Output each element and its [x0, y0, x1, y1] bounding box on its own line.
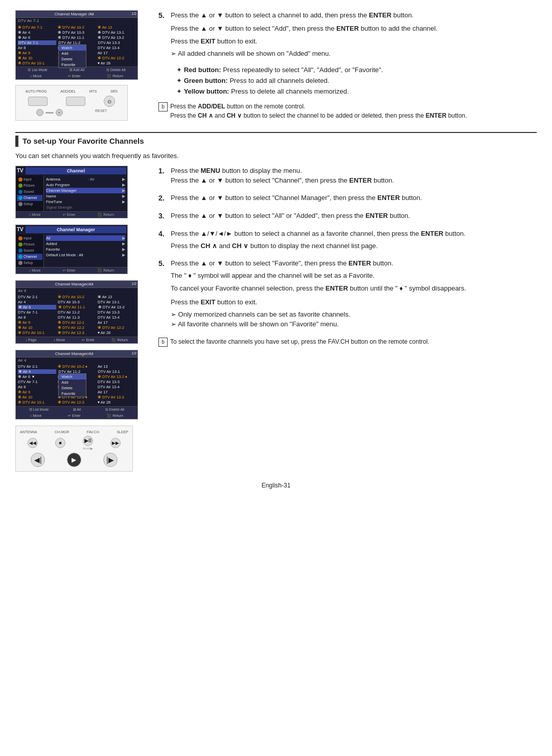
top-section: Channel Manager /All 1/2 DTV Air 7-1 ❋ D… — [15, 10, 537, 123]
instructions-column: 1. Press the MENU button to display the … — [158, 166, 537, 472]
play-button[interactable]: ▶ — [67, 453, 81, 467]
tv-sidebar-2: Input Picture Sound Channel Setup — [16, 234, 44, 267]
rewind-button[interactable]: ◀◀ — [28, 438, 38, 448]
screen-footer-4: ☰ List Mode ⊞ All ⊟ Delete All — [16, 406, 137, 413]
chmgr-all-step4: Channel Manager/All 1/2 Air 6 DTV Air 2-… — [15, 280, 138, 344]
table-row: ❋ Air 9 ❋ DTV Air 12-1 Air 17 — [18, 320, 135, 325]
table-row: DTV Air 7-1 DTV Air 11-2 Watch Add Delet… — [18, 40, 135, 45]
table-row: ❋ Air 4 DTV Air 11-2 Watch Add Delete Fa… — [18, 369, 135, 374]
chmgr-all-step5: Channel Manager/All 1/2 Air 4 DTV Air 2-… — [15, 350, 138, 419]
channel-menu-screen: TV Channel Input Picture Sound Channel S… — [15, 166, 128, 218]
table-row: ❋ Air 4 ❋ DTV Air 10-3 ❋ DTV Air 13-1 — [18, 30, 135, 35]
section-heading: To set-up Your Favorite Channels — [22, 137, 144, 145]
table-row: DTV Air 7-1 DTV Air 11-2 DTV Air 13-3 — [18, 310, 135, 315]
page-number: English-31 — [15, 482, 537, 489]
table-row: ❋ Air 6 ❋ DTV Air 11-1 ❋ DTV Air 13-2 — [18, 35, 135, 40]
screen-body: ❋ DTV Air 7-1 ❋ DTV Air 10-2 ❋ Air 13 ❋ … — [16, 24, 137, 66]
play-pause-button[interactable]: ▶II — [83, 436, 93, 446]
note-icon-2: b — [158, 338, 168, 347]
step-5: 5. Press the ▲ or ▼ button to select "Fa… — [158, 258, 537, 329]
step-5-top: 5. Press the ▲ or ▼ button to select a c… — [158, 10, 537, 58]
table-row: Air 8 DTV Air 11-3 DTV Air 13-4 — [18, 315, 135, 320]
channel-manager-submenu-screen: TV Channel Manager Input Picture Sound C… — [15, 225, 128, 274]
table-row: DTV Air 2-1 ❋ DTV Air 10-2 ♦ Air 13 — [18, 364, 135, 369]
bullet-list: Red button: Press repeatedly to select "… — [169, 65, 537, 97]
add-option: Add — [59, 380, 86, 385]
table-row: ❋ DTV Air 10-1 ❋ DTV Air 12-3 ▾ Air 28 — [18, 400, 135, 405]
main-content: TV Channel Input Picture Sound Channel S… — [15, 166, 537, 472]
step-4: 4. Press the ▲/▼/◄/► button to select a … — [158, 229, 537, 251]
channel-manager-all-screen: Channel Manager /All 1/2 DTV Air 7-1 ❋ D… — [15, 10, 138, 80]
screen-header: Channel Manager /All 1/2 — [16, 11, 137, 18]
auto-prog-button[interactable] — [28, 97, 48, 106]
icon-note-1: b Press the ADD/DEL button on the remote… — [158, 102, 537, 120]
remote-control-1: AUTO.PROG ADD/DEL MTS SRS ⊙ × RESET — [15, 85, 128, 121]
table-row: Air 4 DTV Air 10-3 DTV Air 13-1 — [18, 300, 135, 305]
step-1: 1. Press the MENU button to display the … — [158, 166, 537, 186]
step-2: 2. Press the ▲ or ▼ button to select "Ch… — [158, 193, 537, 204]
mts-button[interactable]: ⊙ — [104, 96, 115, 107]
table-row: ❋ DTV Air 10-1 ❋ DTV Air 12-3 ▾ Air 28 — [18, 330, 135, 336]
screen-footer-3: ↕ Page ↕ Move ↵ Enter ⬛ Return — [16, 337, 137, 343]
screen-footer-2: ↕ Move ↵ Enter ⬛ Return — [16, 267, 127, 274]
intro-text: You can set channels you watch frequentl… — [15, 152, 537, 160]
table-row: ❋ DTV Air 7-1 ❋ DTV Air 10-2 ❋ Air 13 — [18, 25, 135, 30]
watch-option: Watch — [59, 374, 86, 380]
table-row: DTV Air 2-1 ❋ DTV Air 10-2 ❋ Air 13 — [18, 295, 135, 300]
screen-footer: ↕ Move ↵ Enter ⬛ Return — [16, 211, 127, 218]
prev-button[interactable]: ◀| — [31, 453, 45, 467]
add-del-button[interactable] — [66, 97, 85, 106]
table-row: ❋ Air 6 ❋ DTV Air 11-1 ❋ DTV Air 13-2 — [18, 305, 135, 310]
bottom-note: b To select the favorite channels you ha… — [158, 337, 537, 347]
left-screenshots: Channel Manager /All 1/2 DTV Air 7-1 ❋ D… — [15, 10, 148, 123]
delete-option: Delete — [59, 385, 86, 391]
stop-button[interactable]: ■ — [55, 438, 65, 448]
note-icon: b — [158, 102, 168, 112]
remote-control-2: ANTENNA CH.MGR FAV.CH SLEEP ◀◀ ■ ▶II PLA… — [15, 426, 133, 472]
step-3: 3. Press the ▲ or ▼ button to select "Al… — [158, 211, 537, 221]
x-button[interactable]: × — [56, 109, 63, 116]
screenshots-column: TV Channel Input Picture Sound Channel S… — [15, 166, 148, 472]
right-instructions: 5. Press the ▲ or ▼ button to select a c… — [158, 10, 537, 123]
tv-sidebar: Input Picture Sound Channel Setup — [16, 175, 44, 211]
next-button[interactable]: |▶ — [103, 453, 118, 467]
favorite-option: Favorite — [59, 391, 86, 396]
table-row: ❋ Air 10 ❋ DTV Air 12-2 ❋ DTV Air 12-2 — [18, 325, 135, 330]
context-menu: Watch Add Delete Favorite — [58, 45, 86, 68]
circle-button[interactable] — [36, 109, 43, 116]
fast-forward-button[interactable]: ▶▶ — [110, 438, 121, 448]
context-menu-2: Watch Add Delete Favorite — [58, 373, 86, 397]
section-title: To set-up Your Favorite Channels — [15, 132, 537, 147]
